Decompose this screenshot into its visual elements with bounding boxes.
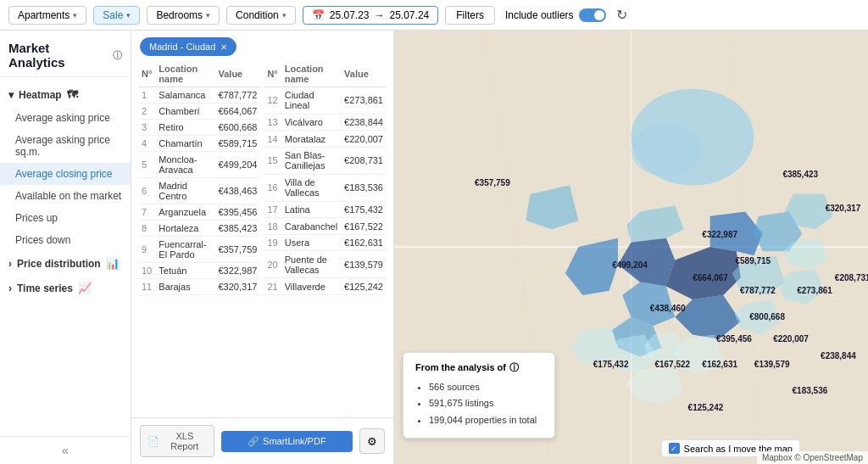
row-value: €385,423 — [215, 221, 261, 237]
xls-label: XLS Report — [163, 431, 207, 451]
row-num: 16 — [264, 174, 281, 201]
tab-madrid-ciudad[interactable]: Madrid - Ciudad ✕ — [140, 37, 236, 56]
row-num: 21 — [264, 278, 281, 295]
sidebar-item-prices-down[interactable]: Prices down — [0, 229, 131, 251]
col-num-right: N° — [264, 61, 281, 87]
condition-dropdown[interactable]: Condition ▾ — [226, 6, 296, 25]
xls-report-button[interactable]: 📄 XLS Report — [140, 425, 214, 457]
settings-button[interactable]: ⚙ — [359, 428, 385, 454]
time-series-chevron: › — [8, 282, 12, 294]
row-value: €208,731 — [341, 148, 387, 175]
outliers-toggle[interactable] — [579, 8, 606, 22]
analysis-stat: 591,675 listings — [429, 395, 542, 412]
row-value: €183,536 — [341, 174, 387, 201]
table-row: 11Barajas€320,317 — [138, 279, 260, 295]
search-move-checkbox[interactable] — [669, 443, 680, 454]
col-value-left: Value — [215, 61, 261, 87]
info-icon[interactable]: ⓘ — [113, 49, 122, 62]
smartlink-pdf-button[interactable]: 🔗 SmartLink/PDF — [221, 431, 353, 452]
table-row: 1Salamanca€787,772 — [138, 87, 260, 103]
svg-point-8 — [632, 124, 702, 176]
row-value: €664,067 — [215, 103, 261, 120]
col-location-right: Location name — [281, 61, 341, 87]
table-row: 10Tetuán€322,987 — [138, 263, 260, 279]
analysis-info-icon[interactable]: ⓘ — [509, 361, 519, 374]
sidebar-content: ▾ Heatmap 🗺 Average asking price Average… — [0, 77, 131, 436]
sidebar-item-prices-up[interactable]: Prices up — [0, 207, 131, 229]
row-location: Usera — [281, 234, 341, 251]
row-location: Chamberí — [155, 103, 214, 120]
col-num-left: N° — [138, 61, 155, 87]
gear-icon: ⚙ — [367, 435, 377, 448]
tab-label: Madrid - Ciudad — [149, 42, 215, 52]
table-row: 8Hortaleza€385,423 — [138, 221, 260, 237]
table-row: 14Moratalaz€220,007 — [264, 131, 387, 148]
tab-bar: Madrid - Ciudad ✕ — [131, 31, 393, 56]
row-num: 17 — [264, 201, 281, 218]
sidebar-collapse-button[interactable]: « — [0, 436, 131, 464]
row-location: Moratalaz — [281, 131, 341, 148]
row-location: Barajas — [155, 279, 214, 295]
row-num: 11 — [138, 279, 155, 295]
table-row: 12Ciudad Lineal€273,861 — [264, 87, 387, 115]
row-location: Retiro — [155, 120, 214, 136]
filters-label: Filters — [456, 9, 484, 21]
analysis-title: From the analysis of ⓘ — [415, 361, 542, 374]
bedrooms-dropdown[interactable]: Bedrooms ▾ — [147, 6, 220, 25]
apartments-label: Apartments — [18, 9, 70, 21]
table-row: 16Villa de Vallecas€183,536 — [264, 174, 387, 201]
date-start: 25.07.23 — [330, 9, 370, 21]
refresh-button[interactable]: ↻ — [613, 5, 631, 25]
row-value: €125,242 — [341, 278, 387, 295]
row-num: 20 — [264, 251, 281, 278]
analysis-stat: 566 sources — [429, 379, 542, 396]
row-value: €175,432 — [341, 201, 387, 218]
table-row: 17Latina€175,432 — [264, 201, 387, 218]
table-row: 2Chamberí€664,067 — [138, 103, 260, 120]
table-row: 13Vicálvaro€238,844 — [264, 114, 387, 131]
row-value: €499,204 — [215, 152, 261, 178]
condition-chevron: ▾ — [282, 11, 287, 20]
sidebar-item-available[interactable]: Available on the market — [0, 185, 131, 207]
section-price-dist[interactable]: › Price distribution 📊 — [0, 251, 131, 276]
analysis-box: From the analysis of ⓘ 566 sources591,67… — [403, 352, 555, 439]
filters-button[interactable]: Filters — [445, 6, 495, 25]
refresh-icon: ↻ — [616, 8, 627, 22]
row-num: 12 — [264, 87, 281, 115]
calendar-icon: 📅 — [312, 9, 325, 21]
table-row: 5Moncloa-Aravaca€499,204 — [138, 152, 260, 178]
table-row: 19Usera€162,631 — [264, 234, 387, 251]
bottom-bar: 📄 XLS Report 🔗 SmartLink/PDF ⚙ — [131, 417, 393, 464]
table-row: 21Villaverde€125,242 — [264, 278, 387, 295]
sale-label: Sale — [103, 9, 123, 21]
row-location: Salamanca — [155, 87, 214, 103]
data-table-container: N° Location name Value 1Salamanca€787,77… — [131, 56, 393, 417]
section-heatmap[interactable]: ▾ Heatmap 🗺 — [0, 82, 131, 107]
date-range-picker[interactable]: 📅 25.07.23 → 25.07.24 — [303, 6, 438, 25]
row-location: Fuencarral-El Pardo — [155, 237, 214, 263]
row-value: €438,463 — [215, 178, 261, 204]
sidebar-item-avg-asking[interactable]: Average asking price — [0, 107, 131, 129]
toolbar: Apartments ▾ Sale ▾ Bedrooms ▾ Condition… — [0, 0, 868, 31]
col-location-left: Location name — [155, 61, 214, 87]
two-col-table: N° Location name Value 1Salamanca€787,77… — [138, 61, 387, 295]
row-location: Carabanchel — [281, 218, 341, 235]
apartments-dropdown[interactable]: Apartments ▾ — [8, 6, 86, 25]
row-location: Ciudad Lineal — [281, 87, 341, 115]
tab-close-icon[interactable]: ✕ — [220, 42, 227, 52]
smart-label: SmartLink/PDF — [263, 436, 326, 446]
row-value: €167,522 — [341, 218, 387, 235]
sidebar: Market Analytics ⓘ ▾ Heatmap 🗺 Average a… — [0, 31, 131, 464]
analysis-stats-list: 566 sources591,675 listings199,044 prope… — [415, 379, 542, 429]
row-value: €238,844 — [341, 114, 387, 131]
row-location: Vicálvaro — [281, 114, 341, 131]
map-panel[interactable]: €357,759€385,423€320,317€322,987€589,715… — [394, 31, 868, 464]
sidebar-item-avg-closing[interactable]: Average closing price — [0, 163, 131, 185]
sidebar-item-avg-asking-sqm[interactable]: Average asking price sq.m. — [0, 129, 131, 163]
center-panel: Madrid - Ciudad ✕ N° Location name Value… — [131, 31, 394, 464]
sale-dropdown[interactable]: Sale ▾ — [93, 6, 140, 25]
section-time-series[interactable]: › Time series 📈 — [0, 276, 131, 300]
row-value: €395,456 — [215, 204, 261, 221]
row-value: €273,861 — [341, 87, 387, 115]
map-footer: Mapbox © OpenStreetMap — [757, 451, 868, 464]
